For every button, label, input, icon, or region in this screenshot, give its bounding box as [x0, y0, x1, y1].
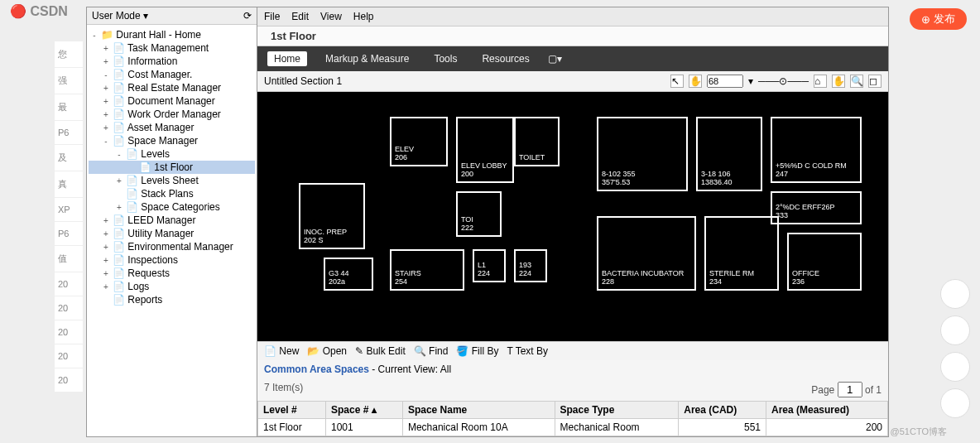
tree-item[interactable]: +📄 Task Management — [89, 41, 255, 55]
room[interactable]: 3-18 10613836.40 — [696, 117, 762, 191]
item-count: 7 Item(s) — [264, 382, 303, 397]
float-btn-3[interactable] — [940, 352, 970, 382]
room[interactable]: INOC. PREP202 S — [299, 183, 365, 249]
menubar: FileEditViewHelp — [257, 7, 888, 26]
room[interactable]: ELEV LOBBY200 — [456, 117, 514, 183]
action-text-by[interactable]: T Text By — [507, 345, 548, 357]
tree-item[interactable]: +📄 Utility Manager — [89, 227, 255, 240]
floorplan-canvas[interactable]: INOC. PREP202 SELEV206ELEV LOBBY200TOI22… — [257, 92, 888, 341]
float-btn-4[interactable] — [940, 388, 970, 418]
tree-item[interactable]: +📄 Document Manager — [89, 94, 255, 108]
room[interactable]: G3 44202a — [324, 258, 373, 291]
ribbon-tabs: HomeMarkup & MeasureToolsResources▢▾ — [257, 46, 888, 71]
fit-icon[interactable]: ◻ — [868, 75, 882, 88]
zoom-icon[interactable]: 🔍 — [850, 75, 863, 88]
user-mode-dropdown[interactable]: User Mode ▾ — [92, 10, 148, 22]
view-header: Common Area Spaces - Current View: All — [257, 360, 888, 378]
csdn-logo: 🔴 CSDN — [10, 3, 68, 19]
float-btn-2[interactable] — [940, 315, 970, 345]
page-title: 1st Floor — [257, 26, 888, 46]
ribbon-more-icon[interactable]: ▢▾ — [548, 53, 562, 65]
menu-view[interactable]: View — [320, 11, 342, 22]
tree-item[interactable]: +📄 Levels Sheet — [89, 174, 255, 187]
tree-item[interactable]: -📄 Space Manager — [89, 134, 255, 147]
room[interactable]: 193224 — [514, 249, 547, 282]
tree-item[interactable]: +📄 Requests — [89, 267, 255, 280]
action-new[interactable]: 📄 New — [264, 345, 299, 357]
room[interactable]: STERILE RM234 — [704, 216, 779, 291]
col-header[interactable]: Level # — [258, 402, 326, 419]
ribbon-tab[interactable]: Tools — [427, 51, 464, 66]
left-sidebar-stub: 您强最P6及真XPP6值2020202020 — [55, 41, 83, 392]
nav-tree: -📁 Durant Hall - Home+📄 Task Management+… — [87, 25, 257, 436]
pager: 7 Item(s) Page of 1 — [257, 378, 888, 401]
action-open[interactable]: 📂 Open — [307, 345, 347, 357]
pan-icon[interactable]: ✋ — [689, 75, 702, 88]
room[interactable]: 2°%DC ERFF26P333 — [771, 191, 862, 224]
col-header[interactable]: Space # ▴ — [325, 402, 402, 419]
tree-item[interactable]: +📄 Logs — [89, 280, 255, 293]
action-bulk-edit[interactable]: ✎ Bulk Edit — [355, 345, 406, 357]
tree-item[interactable]: -📄 Levels — [89, 147, 255, 161]
room[interactable]: ELEV206 — [390, 117, 448, 166]
tree-item[interactable]: 📄 Stack Plans — [89, 187, 255, 200]
tree-item[interactable]: +📄 Inspections — [89, 253, 255, 267]
tree-item[interactable]: +📄 Asset Manager — [89, 121, 255, 134]
ribbon-tab[interactable]: Home — [267, 51, 307, 66]
tree-root[interactable]: -📁 Durant Hall - Home — [89, 28, 255, 41]
action-fill-by[interactable]: 🪣 Fill By — [456, 345, 498, 357]
tree-item[interactable]: 📄 1st Floor — [89, 161, 255, 174]
section-label: Untitled Section 1 — [264, 75, 342, 87]
col-header[interactable]: Space Type — [555, 402, 679, 419]
spaces-table: Level #Space # ▴Space NameSpace TypeArea… — [257, 401, 888, 436]
room[interactable]: OFFICE236 — [787, 233, 862, 291]
menu-file[interactable]: File — [264, 11, 280, 22]
tree-item[interactable]: 📄 Reports — [89, 293, 255, 306]
table-row[interactable]: 1st Floor1001Mechanical Room 10AMechanic… — [258, 419, 888, 436]
main-area: FileEditViewHelp 1st Floor HomeMarkup & … — [257, 7, 888, 436]
room[interactable]: TOI222 — [456, 191, 502, 237]
app-window: User Mode ▾ ⟳ -📁 Durant Hall - Home+📄 Ta… — [86, 7, 889, 437]
hand-icon[interactable]: ✋ — [832, 75, 845, 88]
room[interactable]: TOILET — [514, 117, 560, 166]
publish-button[interactable]: ⊕ 发布 — [910, 8, 967, 30]
menu-edit[interactable]: Edit — [291, 11, 309, 22]
tree-panel: User Mode ▾ ⟳ -📁 Durant Hall - Home+📄 Ta… — [87, 7, 257, 436]
action-find[interactable]: 🔍 Find — [414, 345, 449, 357]
tree-top-bar: User Mode ▾ ⟳ — [87, 7, 257, 25]
tree-item[interactable]: +📄 Work Order Manager — [89, 108, 255, 121]
tree-item[interactable]: +📄 LEED Manager — [89, 214, 255, 227]
room[interactable]: BACTERIA INCUBATOR228 — [597, 216, 696, 291]
room[interactable]: L1224 — [473, 249, 506, 282]
watermark: @51CTO博客 — [891, 426, 947, 438]
tree-item[interactable]: +📄 Space Categories — [89, 200, 255, 214]
zoom-input[interactable] — [707, 75, 743, 88]
col-header[interactable]: Area (CAD) — [679, 402, 766, 419]
room[interactable]: 8-102 355357'5.53 — [597, 117, 688, 191]
refresh-icon[interactable]: ⟳ — [243, 10, 252, 22]
col-header[interactable]: Space Name — [402, 402, 555, 419]
tree-item[interactable]: +📄 Environmental Manager — [89, 240, 255, 253]
home-icon[interactable]: ⌂ — [814, 75, 827, 88]
room[interactable]: +5%%D C COLD RM247 — [771, 117, 862, 183]
tree-item[interactable]: +📄 Real Estate Manager — [89, 81, 255, 94]
room[interactable]: STAIRS254 — [390, 249, 464, 291]
col-header[interactable]: Area (Measured) — [766, 402, 888, 419]
ribbon-tab[interactable]: Markup & Measure — [319, 51, 416, 66]
tree-item[interactable]: +📄 Information — [89, 55, 255, 68]
menu-help[interactable]: Help — [353, 11, 374, 22]
canvas-toolbar: Untitled Section 1 ↖ ✋ ▾ ───⊙─── ⌂ ✋ 🔍 ◻ — [257, 71, 888, 92]
action-bar: 📄 New📂 Open✎ Bulk Edit🔍 Find🪣 Fill ByT T… — [257, 341, 888, 360]
float-btn-1[interactable] — [940, 279, 970, 309]
ribbon-tab[interactable]: Resources — [475, 51, 536, 66]
page-input[interactable] — [838, 382, 862, 397]
side-float-buttons — [940, 279, 970, 418]
tree-item[interactable]: -📄 Cost Manager. — [89, 68, 255, 81]
cursor-icon[interactable]: ↖ — [670, 75, 684, 88]
